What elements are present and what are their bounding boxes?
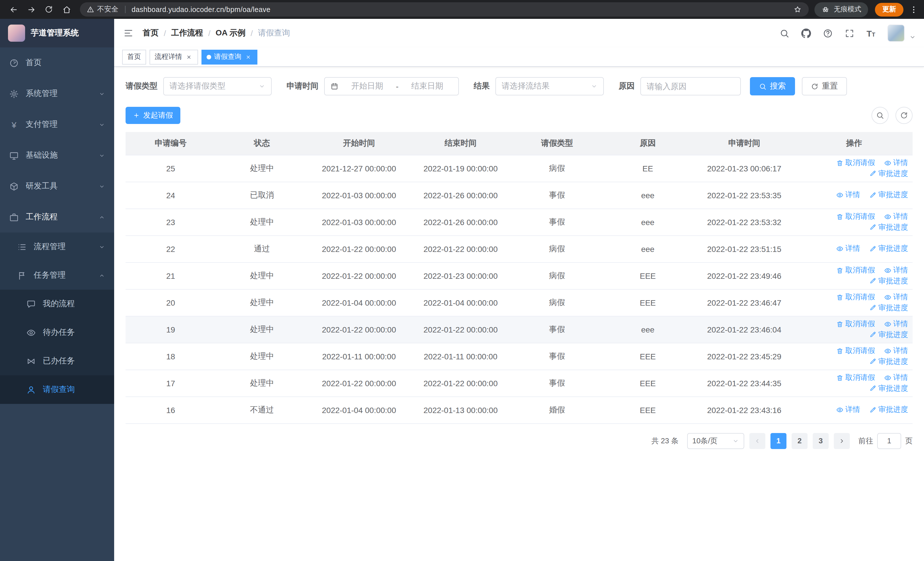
cancel-leave-link[interactable]: 取消请假 xyxy=(836,211,875,222)
sidebar-toggle-icon[interactable] xyxy=(114,19,142,47)
page-button-1[interactable]: 1 xyxy=(771,433,786,449)
detail-link[interactable]: 详情 xyxy=(884,265,908,275)
approval-progress-link[interactable]: 审批进度 xyxy=(869,356,908,367)
detail-link[interactable]: 详情 xyxy=(884,158,908,168)
github-icon[interactable] xyxy=(796,19,816,47)
pen-icon xyxy=(869,331,877,338)
browser-update-button[interactable]: 更新 xyxy=(875,3,903,16)
cell-start-time: 2022-01-22 00:00:00 xyxy=(308,370,410,397)
detail-link[interactable]: 详情 xyxy=(884,346,908,356)
cancel-leave-link[interactable]: 取消请假 xyxy=(836,373,875,383)
approval-progress-link[interactable]: 审批进度 xyxy=(869,168,908,179)
page-unit-label: 页 xyxy=(905,436,913,446)
box-icon xyxy=(9,181,19,191)
user-menu-caret-icon[interactable] xyxy=(909,34,916,41)
page-button-2[interactable]: 2 xyxy=(792,433,808,449)
approval-progress-link[interactable]: 审批进度 xyxy=(869,405,908,415)
detail-link[interactable]: 详情 xyxy=(836,405,860,415)
reason-label: 原因 xyxy=(619,81,634,92)
browser-back-button[interactable] xyxy=(6,2,21,17)
goto-page-input[interactable] xyxy=(877,433,901,449)
sidebar-item-home[interactable]: 首页 xyxy=(0,47,114,78)
page-size-select[interactable]: 10条/页 xyxy=(687,433,744,449)
cancel-leave-link[interactable]: 取消请假 xyxy=(836,346,875,356)
cell-operations: 取消请假 详情 审批进度 xyxy=(796,155,913,182)
breadcrumb-oa-example[interactable]: OA 示例 xyxy=(216,28,246,38)
reason-input[interactable] xyxy=(640,77,741,95)
browser-forward-button[interactable] xyxy=(23,2,39,17)
tab-home[interactable]: 首页 xyxy=(122,50,146,64)
breadcrumb-home[interactable]: 首页 xyxy=(142,28,159,38)
tab-process-detail[interactable]: 流程详情 xyxy=(150,50,198,64)
cell-reason: eee xyxy=(603,235,693,262)
approval-progress-link[interactable]: 审批进度 xyxy=(869,244,908,254)
approval-progress-link[interactable]: 审批进度 xyxy=(869,222,908,232)
help-icon[interactable] xyxy=(818,19,837,47)
tab-close-icon[interactable] xyxy=(185,53,193,61)
flag-icon xyxy=(17,271,27,280)
approval-progress-link[interactable]: 审批进度 xyxy=(869,276,908,286)
prev-page-button[interactable] xyxy=(749,433,765,449)
cancel-leave-link[interactable]: 取消请假 xyxy=(836,319,875,329)
cell-reason: EE xyxy=(603,155,693,182)
cell-apply-id: 21 xyxy=(126,262,216,289)
cell-end-time: 2022-01-22 00:00:00 xyxy=(410,316,512,343)
approval-progress-link[interactable]: 审批进度 xyxy=(869,190,908,200)
refresh-table-button[interactable] xyxy=(896,107,913,124)
col-operations: 操作 xyxy=(796,132,913,155)
sidebar-item-leave-query[interactable]: 请假查询 xyxy=(0,375,114,404)
tab-close-icon[interactable] xyxy=(244,53,252,61)
tab-leave-query[interactable]: 请假查询 xyxy=(201,50,257,64)
sidebar-item-workflow[interactable]: 工作流程 xyxy=(0,202,114,233)
user-avatar[interactable] xyxy=(888,24,904,42)
leave-type-select[interactable]: 请选择请假类型 xyxy=(163,77,272,95)
detail-link[interactable]: 详情 xyxy=(836,244,860,254)
sidebar-item-done-tasks[interactable]: 已办任务 xyxy=(0,347,114,375)
font-size-icon[interactable]: TT xyxy=(861,19,880,47)
cancel-leave-link[interactable]: 取消请假 xyxy=(836,292,875,302)
sidebar-item-task-mgmt[interactable]: 任务管理 xyxy=(0,261,114,290)
sidebar-item-todo-tasks[interactable]: 待办任务 xyxy=(0,318,114,347)
sidebar-item-devtools[interactable]: 研发工具 xyxy=(0,171,114,202)
create-leave-button[interactable]: 发起请假 xyxy=(126,107,180,124)
next-page-button[interactable] xyxy=(834,433,850,449)
browser-home-button[interactable] xyxy=(59,2,74,17)
approval-progress-link[interactable]: 审批进度 xyxy=(869,329,908,340)
toggle-search-button[interactable] xyxy=(872,107,889,124)
header-search-icon[interactable] xyxy=(774,19,794,47)
incognito-label: 无痕模式 xyxy=(834,5,861,14)
table-row: 20 处理中 2022-01-04 00:00:00 2022-01-04 00… xyxy=(126,289,913,316)
approval-progress-link[interactable]: 审批进度 xyxy=(869,302,908,313)
chevron-down-icon xyxy=(591,83,597,90)
incognito-icon xyxy=(821,5,830,14)
security-chip[interactable]: 不安全 xyxy=(87,5,118,14)
detail-link[interactable]: 详情 xyxy=(884,211,908,222)
sidebar-item-payment[interactable]: ¥ 支付管理 xyxy=(0,109,114,140)
approval-progress-link[interactable]: 审批进度 xyxy=(869,383,908,393)
sidebar-item-infra[interactable]: 基础设施 xyxy=(0,140,114,171)
detail-link[interactable]: 详情 xyxy=(836,190,860,200)
browser-reload-button[interactable] xyxy=(41,2,57,17)
fullscreen-icon[interactable] xyxy=(840,19,859,47)
breadcrumb-workflow[interactable]: 工作流程 xyxy=(171,28,203,38)
browser-menu-icon[interactable] xyxy=(909,5,918,14)
bookmark-star-icon[interactable] xyxy=(793,5,802,14)
app-logo[interactable]: 芋道管理系统 xyxy=(0,19,114,47)
cancel-leave-link[interactable]: 取消请假 xyxy=(836,158,875,168)
sidebar-item-process-mgmt[interactable]: 流程管理 xyxy=(0,233,114,261)
cell-end-time: 2022-01-23 00:00:00 xyxy=(410,262,512,289)
cancel-leave-link[interactable]: 取消请假 xyxy=(836,265,875,275)
sidebar-item-my-process[interactable]: 我的流程 xyxy=(0,290,114,318)
address-bar[interactable]: 不安全 dashboard.yudao.iocoder.cn/bpm/oa/le… xyxy=(80,2,809,17)
search-button[interactable]: 搜索 xyxy=(750,77,795,95)
detail-link[interactable]: 详情 xyxy=(884,319,908,329)
detail-link[interactable]: 详情 xyxy=(884,292,908,302)
result-select[interactable]: 请选择流结果 xyxy=(495,77,604,95)
cell-apply-id: 24 xyxy=(126,182,216,209)
apply-time-range-picker[interactable]: 开始日期 - 结束日期 xyxy=(324,77,459,95)
col-apply-id: 申请编号 xyxy=(126,132,216,155)
page-button-3[interactable]: 3 xyxy=(813,433,829,449)
sidebar-item-system[interactable]: 系统管理 xyxy=(0,78,114,109)
reset-button[interactable]: 重置 xyxy=(802,77,847,95)
detail-link[interactable]: 详情 xyxy=(884,373,908,383)
